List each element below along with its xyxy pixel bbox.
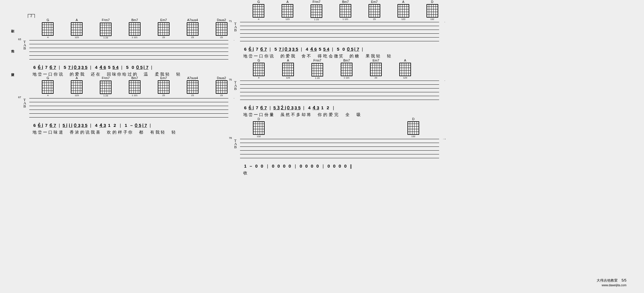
page: 2 副歌 吉他 主旋律 G4 A123 F♯m71 23 Bm71 121 Em… [0, 0, 644, 293]
system-63: G4 A123 F♯m71 23 Bm71 121 Em723 A7sus423… [23, 18, 228, 77]
chord-row: G4 A123 F♯m71 23 Bm71 121 Em723 A7sus423… [41, 18, 228, 39]
system-67: G4 A123 F♯m71 23 Bm71 121 Em723 A7sus423… [23, 76, 228, 135]
system-78: D132 D132 78 TAB 1–00| 0000| 0000| 0000‖… [234, 117, 439, 176]
system-71: G4 A123 F♯m71 23 Bm71 121 Em723 A123 D13… [234, 0, 439, 59]
melody-line: 66̇ i̇76̇ 7| 57 i̇0̇ 33 5| 44̇ 655 4| 50… [32, 65, 228, 70]
tab-staff: 63 TAB [23, 40, 228, 61]
system-75: G4 A123 F♯m71 23 Bm71 121 Em723 A123 75 … [234, 59, 439, 117]
volta-bracket: 2 [28, 14, 35, 18]
footer: 大伟吉他教室 5/5 www.daweijita.com [597, 278, 626, 287]
